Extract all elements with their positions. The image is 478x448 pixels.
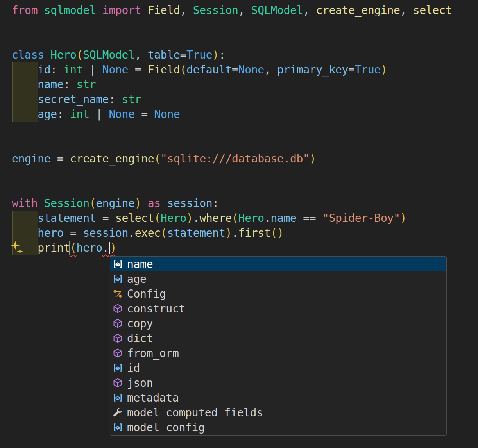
code-line[interactable]	[0, 166, 478, 181]
code-line[interactable]: hero = session.exec(statement).first()	[0, 226, 478, 241]
symbol-field-icon	[113, 393, 123, 403]
code-token: .	[193, 212, 200, 225]
code-token: str	[77, 78, 96, 91]
code-token	[12, 78, 38, 91]
code-token: first	[238, 227, 271, 239]
suggest-item-dict[interactable]: dict	[110, 331, 446, 346]
code-token: )	[212, 48, 219, 61]
code-token: None	[154, 108, 180, 121]
suggest-item-label: dict	[127, 332, 153, 345]
code-token: default	[186, 63, 232, 76]
code-line[interactable]: class Hero(SQLModel, table=True):	[0, 48, 478, 62]
code-token: secret_name	[38, 93, 109, 106]
code-token: "sqlite:///database.db"	[161, 152, 310, 165]
code-line[interactable]	[0, 18, 478, 33]
suggest-item-label: json	[127, 377, 153, 389]
code-line[interactable]: id: int | None = Field(default=None, pri…	[0, 62, 478, 77]
code-line[interactable]: statement = select(Hero).where(Hero.name…	[0, 211, 478, 226]
code-line[interactable]: name: str	[0, 77, 478, 92]
code-token: SQLModel	[83, 48, 134, 61]
code-area[interactable]: from sqlmodel import Field, Session, SQL…	[0, 3, 478, 255]
suggest-item-construct[interactable]: construct	[110, 301, 446, 316]
code-token: create_engine	[316, 4, 400, 17]
code-token: =	[128, 63, 148, 76]
code-line[interactable]: secret_name: str	[0, 92, 478, 107]
code-token: import	[102, 4, 148, 17]
suggest-item-Config[interactable]: Config	[110, 286, 446, 301]
symbol-class-icon	[113, 289, 123, 299]
code-token: =	[232, 63, 238, 76]
suggest-item-age[interactable]: age	[110, 271, 446, 286]
code-token: )	[310, 152, 316, 165]
code-token: session	[83, 227, 128, 239]
suggest-item-copy[interactable]: copy	[110, 316, 446, 331]
code-token: id	[38, 63, 50, 76]
code-line[interactable]: from sqlmodel import Field, Session, SQL…	[0, 3, 478, 18]
code-token: Session	[44, 197, 90, 210]
code-token: table	[148, 48, 180, 61]
code-token: engine	[12, 152, 50, 165]
code-token: ,	[400, 4, 413, 17]
code-token	[12, 227, 38, 239]
code-token: None	[109, 108, 134, 121]
code-token: ,	[238, 4, 251, 17]
symbol-method-icon	[113, 318, 123, 328]
code-token: (	[90, 197, 96, 210]
code-token: class	[12, 48, 50, 61]
code-token: statement	[38, 212, 96, 225]
code-token: ()	[270, 227, 283, 239]
code-token: (	[77, 48, 83, 61]
code-token: Session	[193, 4, 238, 17]
code-token: engine	[96, 197, 134, 210]
code-token: )	[400, 212, 407, 225]
code-token	[12, 63, 38, 76]
code-token: :	[212, 197, 219, 210]
suggest-item-model_computed_fields[interactable]: model_computed_fields	[110, 405, 446, 420]
code-token: ,	[303, 4, 316, 17]
code-token: hero	[77, 241, 102, 254]
suggest-item-label: model_computed_fields	[127, 406, 263, 419]
code-token: create_engine	[70, 152, 154, 165]
code-token: Hero	[50, 48, 76, 61]
code-line[interactable]: age: int | None = None	[0, 107, 478, 122]
code-token: =	[63, 227, 83, 239]
code-token: "Spider-Boy"	[322, 212, 400, 225]
suggest-item-metadata[interactable]: metadata	[110, 390, 446, 405]
code-token: name	[270, 212, 296, 225]
copilot-sparkle-icon[interactable]	[9, 240, 25, 255]
code-token: select	[115, 212, 154, 225]
code-token: None	[238, 63, 264, 76]
suggest-item-from_orm[interactable]: from_orm	[110, 346, 446, 361]
code-line[interactable]: print(hero.)	[0, 241, 478, 255]
symbol-field-icon	[113, 363, 123, 373]
code-token	[12, 93, 38, 106]
suggest-item-model_config[interactable]: model_config	[110, 420, 446, 435]
suggest-item-json[interactable]: json	[110, 375, 446, 390]
code-line[interactable]: with Session(engine) as session:	[0, 196, 478, 211]
code-token: =	[180, 48, 187, 61]
symbol-property-icon	[113, 407, 123, 418]
code-token: =	[96, 212, 115, 225]
code-token: Field	[148, 4, 180, 17]
code-editor[interactable]: from sqlmodel import Field, Session, SQL…	[0, 0, 478, 448]
code-token: True	[355, 63, 381, 76]
code-token: (	[70, 241, 77, 254]
code-token: as	[141, 197, 167, 210]
code-line[interactable]	[0, 122, 478, 137]
suggest-item-id[interactable]: id	[110, 361, 446, 375]
suggest-item-label: from_orm	[127, 347, 179, 360]
code-token: print	[38, 241, 70, 254]
code-line[interactable]: engine = create_engine("sqlite:///databa…	[0, 152, 478, 166]
symbol-method-icon	[113, 303, 123, 314]
suggest-item-label: age	[127, 273, 147, 286]
code-token: )	[225, 227, 232, 239]
code-token: from	[12, 4, 44, 17]
code-token: primary_key	[277, 63, 348, 76]
code-line[interactable]	[0, 137, 478, 152]
code-line[interactable]	[0, 33, 478, 48]
code-token: :	[57, 108, 70, 121]
code-line[interactable]	[0, 181, 478, 196]
code-token: )	[381, 63, 387, 76]
code-token: )	[135, 197, 141, 210]
suggest-item-name[interactable]: name	[110, 257, 446, 271]
